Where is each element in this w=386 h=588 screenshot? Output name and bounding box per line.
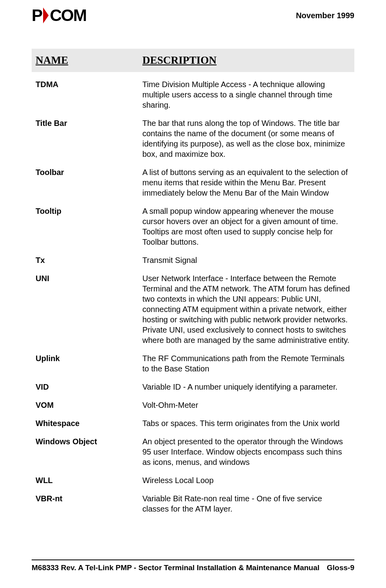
glossary-term: Tx (36, 255, 142, 265)
glossary-term: UNI (36, 273, 142, 284)
glossary-term: WLL (36, 475, 142, 485)
glossary-table-header: NAME DESCRIPTION (32, 49, 354, 72)
glossary-definition: The bar that runs along the top of Windo… (142, 118, 350, 159)
glossary-row: WhitespaceTabs or spaces. This term orig… (32, 414, 354, 432)
glossary-body: TDMATime Division Multiple Access - A te… (32, 75, 354, 518)
glossary-row: TooltipA small popup window appearing wh… (32, 202, 354, 251)
glossary-definition: User Network Interface - Interface betwe… (142, 273, 350, 345)
glossary-term: VID (36, 382, 142, 392)
glossary-row: TxTransmit Signal (32, 251, 354, 269)
pcom-logo: P COM (32, 6, 86, 25)
glossary-row: VIDVariable ID - A number uniquely ident… (32, 378, 354, 396)
page-footer: M68333 Rev. A Tel-Link PMP - Sector Term… (32, 559, 354, 572)
glossary-row: Title BarThe bar that runs along the top… (32, 114, 354, 163)
glossary-definition: Transmit Signal (142, 255, 350, 265)
glossary-definition: The RF Communications path from the Remo… (142, 353, 350, 374)
page-header: P COM November 1999 (32, 6, 354, 25)
glossary-term: Tooltip (36, 206, 142, 216)
logo-arrow-icon (43, 8, 49, 23)
footer-manual-title: M68333 Rev. A Tel-Link PMP - Sector Term… (32, 563, 320, 572)
glossary-definition: Variable ID - A number uniquely identify… (142, 382, 350, 392)
glossary-row: UplinkThe RF Communications path from th… (32, 349, 354, 378)
glossary-definition: Variable Bit Rate-non real time - One of… (142, 493, 350, 514)
column-header-name: NAME (36, 54, 142, 67)
glossary-row: TDMATime Division Multiple Access - A te… (32, 75, 354, 114)
glossary-row: ToolbarA list of buttons serving as an e… (32, 163, 354, 202)
glossary-term: TDMA (36, 79, 142, 89)
logo-letters-com: COM (50, 6, 86, 25)
footer-page-number: Gloss-9 (327, 563, 354, 572)
glossary-term: VBR-nt (36, 493, 142, 504)
glossary-term: Title Bar (36, 118, 142, 128)
glossary-definition: A list of buttons serving as an equivale… (142, 167, 350, 198)
glossary-term: Windows Object (36, 436, 142, 447)
glossary-row: VOMVolt-Ohm-Meter (32, 396, 354, 414)
glossary-row: VBR-ntVariable Bit Rate-non real time - … (32, 489, 354, 518)
column-header-description: DESCRIPTION (142, 54, 350, 67)
glossary-row: Windows ObjectAn object presented to the… (32, 432, 354, 471)
glossary-definition: A small popup window appearing whenever … (142, 206, 350, 247)
glossary-row: WLLWireless Local Loop (32, 471, 354, 489)
glossary-term: Whitespace (36, 418, 142, 428)
glossary-definition: Time Division Multiple Access - A techni… (142, 79, 350, 110)
glossary-row: UNIUser Network Interface - Interface be… (32, 269, 354, 349)
glossary-term: VOM (36, 400, 142, 410)
glossary-definition: An object presented to the operator thro… (142, 436, 350, 467)
document-date: November 1999 (296, 11, 354, 20)
glossary-definition: Volt-Ohm-Meter (142, 400, 350, 410)
glossary-definition: Wireless Local Loop (142, 475, 350, 485)
glossary-term: Toolbar (36, 167, 142, 177)
glossary-term: Uplink (36, 353, 142, 363)
logo-letter-p: P (32, 6, 42, 25)
glossary-definition: Tabs or spaces. This term originates fro… (142, 418, 350, 428)
